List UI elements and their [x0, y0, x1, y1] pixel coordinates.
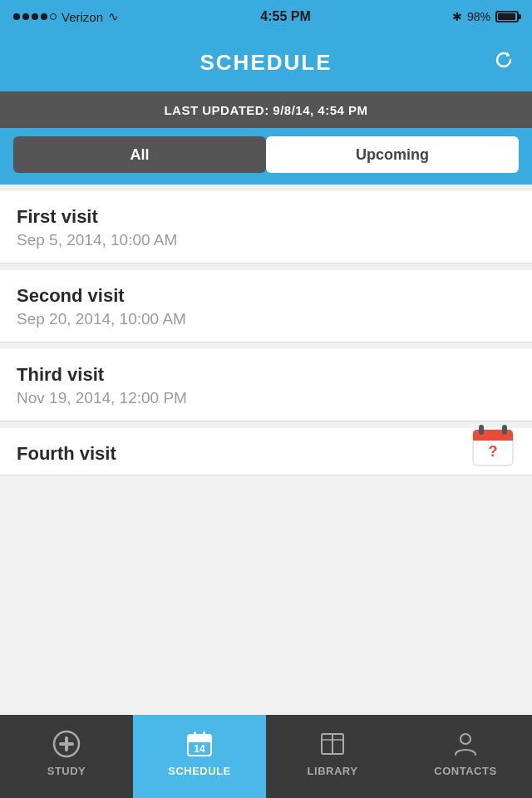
- tab-schedule[interactable]: 14 SCHEDULE: [133, 715, 266, 798]
- upcoming-tab[interactable]: Upcoming: [266, 136, 519, 173]
- svg-rect-8: [59, 742, 74, 746]
- schedule-icon: 14: [185, 730, 214, 761]
- last-updated-bar: LAST UPDATED: 9/8/14, 4:54 PM: [0, 91, 532, 128]
- status-left: Verizon ∿: [13, 9, 119, 24]
- svg-rect-4: [502, 425, 507, 435]
- tab-bar: STUDY 14 SCHEDULE LIBRARY: [0, 715, 532, 798]
- svg-text:?: ?: [489, 443, 498, 460]
- battery-percent: 98%: [467, 10, 490, 23]
- wifi-icon: ∿: [108, 9, 119, 24]
- contacts-icon: [451, 730, 480, 761]
- tab-study[interactable]: STUDY: [0, 715, 133, 798]
- visit-item-4[interactable]: Fourth visit ?: [0, 428, 532, 475]
- tab-schedule-label: SCHEDULE: [168, 765, 231, 777]
- battery-fill: [498, 13, 515, 20]
- tab-library-label: LIBRARY: [308, 765, 358, 777]
- page-title: SCHEDULE: [200, 50, 332, 76]
- dot1: [13, 13, 20, 20]
- all-tab[interactable]: All: [13, 136, 266, 173]
- carrier-label: Verizon: [62, 10, 103, 24]
- library-icon: [318, 730, 347, 761]
- visit-name-2: Second visit: [17, 285, 515, 307]
- dot4: [41, 13, 47, 20]
- study-icon: [52, 730, 81, 761]
- dot2: [22, 13, 29, 20]
- svg-text:14: 14: [194, 743, 205, 755]
- svg-rect-13: [194, 732, 196, 737]
- visit-name-3: Third visit: [17, 364, 515, 386]
- tab-contacts[interactable]: CONTACTS: [399, 715, 532, 798]
- last-updated-text: LAST UPDATED: 9/8/14, 4:54 PM: [164, 103, 367, 117]
- refresh-button[interactable]: [492, 48, 515, 76]
- segment-control: All Upcoming: [0, 128, 532, 185]
- svg-point-16: [461, 734, 470, 744]
- bluetooth-icon: ✱: [452, 10, 462, 23]
- visit-list: First visit Sep 5, 2014, 10:00 AM Second…: [0, 191, 532, 475]
- signal-dots: [13, 13, 57, 20]
- dot5: [50, 13, 57, 20]
- visit-item-1[interactable]: First visit Sep 5, 2014, 10:00 AM: [0, 191, 532, 264]
- calendar-badge-icon: ?: [470, 423, 515, 468]
- svg-rect-2: [473, 436, 513, 441]
- visit-item-2[interactable]: Second visit Sep 20, 2014, 10:00 AM: [0, 270, 532, 342]
- svg-rect-11: [188, 740, 211, 742]
- svg-rect-14: [203, 732, 205, 737]
- visit-name-1: First visit: [17, 206, 515, 228]
- visit-date-1: Sep 5, 2014, 10:00 AM: [17, 231, 515, 249]
- visit-item-3[interactable]: Third visit Nov 19, 2014, 12:00 PM: [0, 349, 532, 421]
- visit-name-4: Fourth visit: [17, 443, 515, 465]
- status-time: 4:55 PM: [260, 9, 310, 24]
- visit-date-2: Sep 20, 2014, 10:00 AM: [17, 310, 515, 328]
- status-right: ✱ 98%: [452, 10, 519, 23]
- tab-library[interactable]: LIBRARY: [266, 715, 399, 798]
- tab-study-label: STUDY: [47, 765, 86, 777]
- visit-date-3: Nov 19, 2014, 12:00 PM: [17, 389, 515, 407]
- status-bar: Verizon ∿ 4:55 PM ✱ 98%: [0, 0, 532, 33]
- svg-rect-3: [479, 425, 484, 435]
- tab-contacts-label: CONTACTS: [434, 765, 496, 777]
- dot3: [32, 13, 38, 20]
- battery-icon: [495, 11, 519, 22]
- page-header: SCHEDULE: [0, 33, 532, 91]
